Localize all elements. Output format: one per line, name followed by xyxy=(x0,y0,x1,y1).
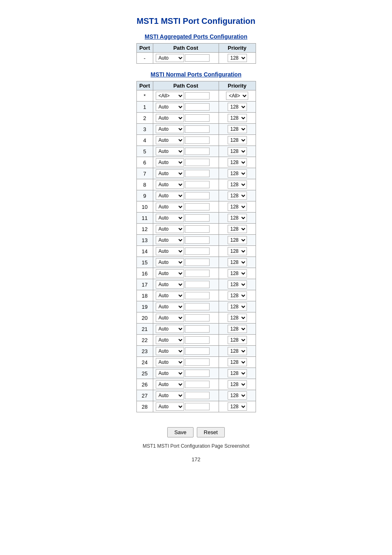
norm-path-cost-select[interactable]: AutoSpecific xyxy=(156,214,184,222)
norm-path-cost-select[interactable]: AutoSpecific xyxy=(156,247,184,255)
norm-priority-select[interactable]: 163248648096112128144160176192208224240 xyxy=(228,369,247,377)
norm-path-cost-select[interactable]: AutoSpecific xyxy=(156,258,184,266)
norm-priority-select[interactable]: 163248648096112128144160176192208224240 xyxy=(228,291,247,300)
norm-row-port: 15 xyxy=(136,257,153,268)
norm-path-cost-input[interactable] xyxy=(185,236,210,244)
norm-path-cost-select[interactable]: AutoSpecific xyxy=(156,280,184,289)
norm-all-path-cost-input[interactable] xyxy=(185,92,210,99)
agg-priority-select[interactable]: 16324864 8096112128 144160176192 2082242… xyxy=(228,54,247,62)
norm-path-cost-input[interactable] xyxy=(185,303,210,310)
norm-path-cost-select[interactable]: AutoSpecific xyxy=(156,314,184,322)
norm-path-cost-input[interactable] xyxy=(185,347,210,355)
norm-path-cost-select[interactable]: AutoSpecific xyxy=(156,291,184,300)
norm-priority-select[interactable]: 163248648096112128144160176192208224240 xyxy=(228,247,247,255)
norm-path-cost-input[interactable] xyxy=(185,259,210,266)
norm-path-cost-select[interactable]: AutoSpecific xyxy=(156,169,184,178)
norm-path-cost-input[interactable] xyxy=(185,181,210,188)
norm-priority-select[interactable]: 163248648096112128144160176192208224240 xyxy=(228,402,247,411)
norm-path-cost-select[interactable]: AutoSpecific xyxy=(156,203,184,211)
norm-path-cost-select[interactable]: AutoSpecific xyxy=(156,114,184,122)
norm-path-cost-input[interactable] xyxy=(185,325,210,333)
norm-path-cost-input[interactable] xyxy=(185,247,210,255)
save-button[interactable]: Save xyxy=(167,427,194,437)
norm-path-cost-select[interactable]: AutoSpecific xyxy=(156,402,184,411)
norm-path-cost-input[interactable] xyxy=(185,159,210,166)
norm-path-cost-input[interactable] xyxy=(185,336,210,344)
norm-path-cost-input[interactable] xyxy=(185,103,210,111)
norm-path-cost-select[interactable]: AutoSpecific xyxy=(156,269,184,278)
agg-path-cost-select[interactable]: Auto Specific xyxy=(156,54,184,62)
norm-row-priority-cell: 163248648096112128144160176192208224240 xyxy=(219,368,256,379)
norm-priority-select[interactable]: 163248648096112128144160176192208224240 xyxy=(228,125,247,133)
aggregated-table: Port Path Cost Priority - Auto Specific xyxy=(136,43,256,64)
norm-priority-select[interactable]: 163248648096112128144160176192208224240 xyxy=(228,314,247,322)
reset-button[interactable]: Reset xyxy=(197,427,225,437)
norm-priority-select[interactable]: 163248648096112128144160176192208224240 xyxy=(228,380,247,388)
norm-path-cost-select[interactable]: AutoSpecific xyxy=(156,192,184,200)
norm-path-cost-select[interactable]: AutoSpecific xyxy=(156,125,184,133)
norm-path-cost-select[interactable]: AutoSpecific xyxy=(156,103,184,111)
norm-path-cost-select[interactable]: AutoSpecific xyxy=(156,369,184,377)
norm-path-cost-input[interactable] xyxy=(185,170,210,177)
norm-path-cost-input[interactable] xyxy=(185,136,210,144)
norm-path-cost-input[interactable] xyxy=(185,314,210,321)
norm-path-cost-input[interactable] xyxy=(185,358,210,366)
norm-path-cost-select[interactable]: AutoSpecific xyxy=(156,391,184,400)
norm-all-path-cost-select[interactable]: <All> Auto Specific xyxy=(156,92,184,100)
norm-path-cost-select[interactable]: AutoSpecific xyxy=(156,336,184,344)
norm-row-path-cost-cell: AutoSpecific xyxy=(153,268,219,279)
norm-path-cost-input[interactable] xyxy=(185,214,210,222)
norm-path-cost-select[interactable]: AutoSpecific xyxy=(156,236,184,244)
norm-path-cost-input[interactable] xyxy=(185,203,210,210)
norm-path-cost-select[interactable]: AutoSpecific xyxy=(156,147,184,155)
norm-path-cost-input[interactable] xyxy=(185,281,210,288)
norm-path-cost-select[interactable]: AutoSpecific xyxy=(156,180,184,189)
norm-priority-select[interactable]: 163248648096112128144160176192208224240 xyxy=(228,325,247,333)
norm-path-cost-select[interactable]: AutoSpecific xyxy=(156,225,184,233)
agg-path-cost-input[interactable] xyxy=(185,54,210,62)
norm-priority-select[interactable]: 163248648096112128144160176192208224240 xyxy=(228,169,247,178)
norm-path-cost-select[interactable]: AutoSpecific xyxy=(156,347,184,355)
norm-path-cost-input[interactable] xyxy=(185,403,210,410)
norm-path-cost-select[interactable]: AutoSpecific xyxy=(156,380,184,388)
norm-priority-select[interactable]: 163248648096112128144160176192208224240 xyxy=(228,158,247,166)
norm-path-cost-input[interactable] xyxy=(185,148,210,155)
norm-col-port: Port xyxy=(136,81,153,90)
norm-priority-select[interactable]: 163248648096112128144160176192208224240 xyxy=(228,236,247,244)
table-row: 1AutoSpecific163248648096112128144160176… xyxy=(136,102,256,113)
norm-path-cost-input[interactable] xyxy=(185,292,210,299)
norm-priority-select[interactable]: 163248648096112128144160176192208224240 xyxy=(228,114,247,122)
norm-priority-select[interactable]: 163248648096112128144160176192208224240 xyxy=(228,303,247,311)
norm-priority-select[interactable]: 163248648096112128144160176192208224240 xyxy=(228,347,247,355)
norm-priority-select[interactable]: 163248648096112128144160176192208224240 xyxy=(228,358,247,366)
norm-priority-select[interactable]: 163248648096112128144160176192208224240 xyxy=(228,336,247,344)
norm-priority-select[interactable]: 163248648096112128144160176192208224240 xyxy=(228,136,247,144)
norm-path-cost-select[interactable]: AutoSpecific xyxy=(156,358,184,366)
norm-path-cost-input[interactable] xyxy=(185,114,210,122)
norm-priority-select[interactable]: 163248648096112128144160176192208224240 xyxy=(228,103,247,111)
norm-priority-select[interactable]: 163248648096112128144160176192208224240 xyxy=(228,192,247,200)
norm-all-priority-select[interactable]: <All> 16324864 8096112128 144160176192 2… xyxy=(226,92,248,100)
norm-row-port: 6 xyxy=(136,157,153,168)
norm-path-cost-input[interactable] xyxy=(185,270,210,277)
norm-priority-select[interactable]: 163248648096112128144160176192208224240 xyxy=(228,225,247,233)
norm-priority-select[interactable]: 163248648096112128144160176192208224240 xyxy=(228,180,247,189)
norm-priority-select[interactable]: 163248648096112128144160176192208224240 xyxy=(228,269,247,278)
norm-path-cost-input[interactable] xyxy=(185,392,210,399)
norm-path-cost-select[interactable]: AutoSpecific xyxy=(156,303,184,311)
norm-priority-select[interactable]: 163248648096112128144160176192208224240 xyxy=(228,147,247,155)
norm-priority-select[interactable]: 163248648096112128144160176192208224240 xyxy=(228,258,247,266)
norm-path-cost-input[interactable] xyxy=(185,381,210,388)
norm-priority-select[interactable]: 163248648096112128144160176192208224240 xyxy=(228,203,247,211)
norm-priority-select[interactable]: 163248648096112128144160176192208224240 xyxy=(228,280,247,289)
norm-path-cost-input[interactable] xyxy=(185,192,210,199)
norm-priority-select[interactable]: 163248648096112128144160176192208224240 xyxy=(228,214,247,222)
norm-path-cost-select[interactable]: AutoSpecific xyxy=(156,136,184,144)
norm-path-cost-select[interactable]: AutoSpecific xyxy=(156,158,184,166)
norm-path-cost-input[interactable] xyxy=(185,125,210,133)
norm-path-cost-input[interactable] xyxy=(185,225,210,233)
norm-priority-select[interactable]: 163248648096112128144160176192208224240 xyxy=(228,391,247,400)
norm-path-cost-input[interactable] xyxy=(185,370,210,377)
table-row: 4AutoSpecific163248648096112128144160176… xyxy=(136,135,256,146)
norm-path-cost-select[interactable]: AutoSpecific xyxy=(156,325,184,333)
